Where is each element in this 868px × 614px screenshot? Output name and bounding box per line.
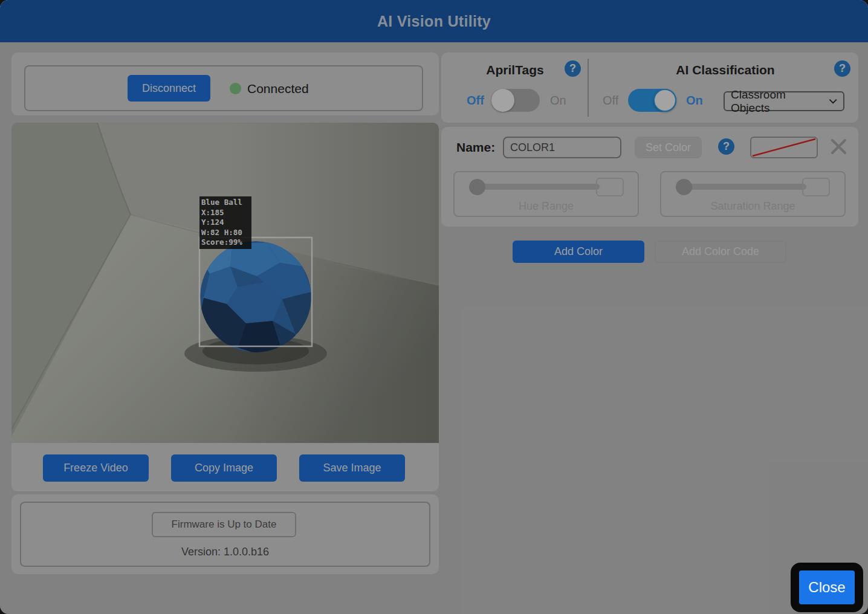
status-dot-icon — [230, 83, 241, 94]
ai-on-label: On — [686, 94, 703, 108]
saturation-slider-track[interactable] — [684, 184, 806, 190]
add-color-button[interactable]: Add Color — [513, 241, 644, 263]
copy-image-button[interactable]: Copy Image — [171, 454, 277, 482]
apriltags-off-label: Off — [467, 94, 484, 108]
add-color-code-button[interactable]: Add Color Code — [655, 241, 786, 263]
color-name-input[interactable] — [503, 137, 621, 158]
detection-size: W:82 H:80 — [201, 228, 250, 238]
color-config-card: Name: Set Color ? N/A Hue Range N/A Satu… — [441, 127, 858, 227]
hue-slider-track[interactable] — [477, 184, 600, 190]
connection-card: Disconnect Connected — [11, 53, 439, 115]
close-button[interactable]: Close — [799, 570, 855, 604]
video-card: Blue Ball X:185 Y:124 W:82 H:80 Score:99… — [11, 123, 439, 491]
apriltags-toggle[interactable] — [491, 89, 540, 112]
apriltags-title: AprilTags — [455, 63, 575, 77]
hue-slider-thumb[interactable] — [469, 179, 485, 195]
saturation-slider-thumb[interactable] — [676, 179, 692, 195]
saturation-range-label: Saturation Range — [661, 200, 844, 213]
saturation-range-group: N/A Saturation Range — [660, 171, 846, 217]
remove-color-icon[interactable] — [830, 138, 847, 158]
firmware-status-button[interactable]: Firmware is Up to Date — [152, 512, 296, 537]
detection-settings-card: AprilTags ? Off On AI Classification ? O… — [441, 53, 858, 123]
apriltags-toggle-knob — [491, 89, 514, 112]
page-title: AI Vision Utility — [377, 13, 491, 30]
ai-vision-utility-window: AI Vision Utility Disconnect Connected — [0, 0, 868, 614]
hue-value-box: N/A — [596, 178, 624, 196]
section-divider — [588, 59, 589, 117]
hue-range-label: Hue Range — [455, 200, 638, 213]
detection-label: Blue Ball X:185 Y:124 W:82 H:80 Score:99… — [199, 196, 251, 249]
connection-box — [24, 65, 423, 111]
ai-classification-toggle-knob — [653, 89, 676, 112]
camera-feed: Blue Ball X:185 Y:124 W:82 H:80 Score:99… — [11, 123, 439, 443]
ai-classification-title: AI Classification — [641, 63, 810, 77]
close-button-highlight: Close — [791, 563, 863, 612]
no-color-line-icon — [751, 138, 817, 157]
detection-name: Blue Ball — [201, 198, 250, 208]
apriltags-on-label: On — [550, 94, 566, 108]
save-image-button[interactable]: Save Image — [299, 454, 405, 482]
set-color-button[interactable]: Set Color — [635, 137, 702, 158]
color-help-icon[interactable]: ? — [718, 138, 734, 155]
title-bar: AI Vision Utility — [0, 0, 868, 42]
ai-classification-toggle[interactable] — [628, 89, 676, 112]
camera-scene — [11, 123, 439, 443]
color-name-label: Name: — [456, 140, 495, 155]
detection-coords: X:185 Y:124 — [201, 208, 250, 228]
ai-classification-help-icon[interactable]: ? — [834, 60, 850, 77]
disconnect-button[interactable]: Disconnect — [128, 75, 210, 102]
freeze-video-button[interactable]: Freeze Video — [43, 454, 149, 482]
model-dropdown-value: Classroom Objects — [731, 88, 823, 115]
detection-score: Score:99% — [201, 238, 250, 248]
chevron-down-icon — [829, 99, 837, 104]
firmware-version: Version: 1.0.0.b16 — [11, 546, 439, 558]
connection-status: Connected — [247, 82, 309, 96]
hue-range-group: N/A Hue Range — [453, 171, 639, 217]
saturation-value-box: N/A — [802, 178, 830, 196]
ai-off-label: Off — [603, 94, 618, 108]
model-dropdown[interactable]: Classroom Objects — [724, 91, 844, 111]
color-swatch — [750, 137, 818, 158]
firmware-card: Firmware is Up to Date Version: 1.0.0.b1… — [11, 494, 439, 574]
apriltags-help-icon[interactable]: ? — [565, 60, 581, 77]
